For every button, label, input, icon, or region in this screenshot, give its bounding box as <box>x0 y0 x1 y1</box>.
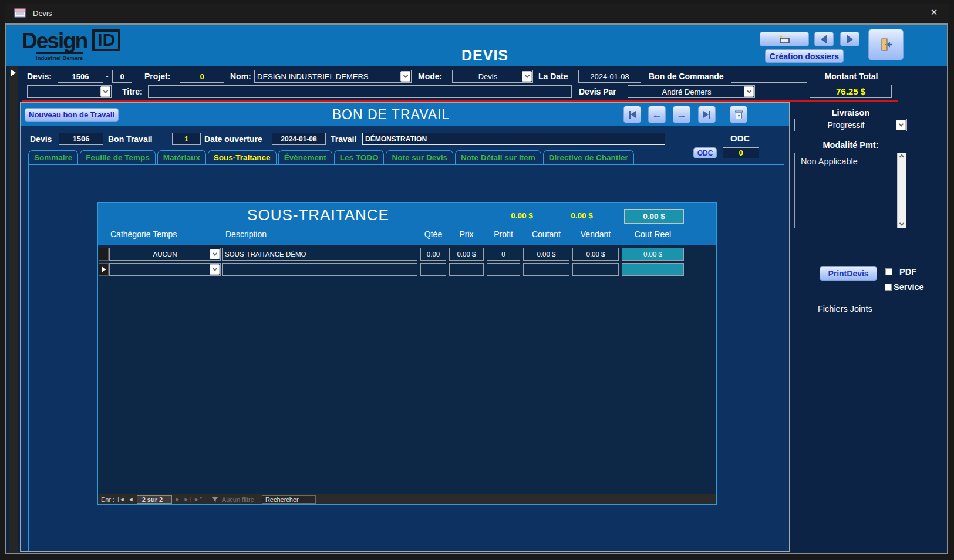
delete-record-button[interactable] <box>730 106 747 123</box>
bon-de-travail-subform: Nouveau bon de Travail BON DE TRAVAIL ← … <box>20 102 790 552</box>
qtee-field[interactable]: 0.00 <box>420 248 446 261</box>
chevron-down-icon[interactable] <box>896 120 906 130</box>
odc-button[interactable]: ODC <box>693 147 717 158</box>
date-field[interactable]: 2024-01-08 <box>578 70 641 83</box>
devis-label: Devis <box>30 134 52 144</box>
right-arrow-icon <box>847 35 853 44</box>
record-selector-strip[interactable] <box>9 66 18 553</box>
total-profit: 0.00 $ <box>487 211 557 220</box>
mode-combobox[interactable]: Devis <box>452 70 533 83</box>
cout-reel-field[interactable]: 0.00 $ <box>622 248 684 261</box>
arrow-right-icon: → <box>677 110 687 120</box>
tab-note-detail-sur-item[interactable]: Note Détail sur Item <box>455 150 541 164</box>
coutant-field[interactable]: 0.00 $ <box>523 248 569 261</box>
search-input[interactable]: Rechercher <box>262 495 316 504</box>
prix-field[interactable] <box>449 263 484 276</box>
chevron-up-icon[interactable] <box>899 154 904 159</box>
titre-combobox[interactable] <box>27 85 112 98</box>
total-vendant: 0.00 $ <box>558 211 605 220</box>
prix-field[interactable]: 0.00 $ <box>449 248 484 261</box>
vendant-field[interactable] <box>572 263 619 276</box>
chevron-down-icon[interactable] <box>899 221 904 225</box>
description-field[interactable]: SOUS-TRAITANCE DÉMO <box>222 248 417 261</box>
modalite-pmt-listbox[interactable]: Non Applicable <box>794 153 906 228</box>
devis-sub-field[interactable]: 0 <box>112 70 132 83</box>
bon-travail-field[interactable]: 1 <box>172 133 201 145</box>
projet-field[interactable]: 0 <box>180 70 224 83</box>
coutant-field[interactable] <box>523 263 569 276</box>
profit-field[interactable] <box>487 263 520 276</box>
fichiers-joints-box[interactable] <box>824 315 881 356</box>
chevron-down-icon[interactable] <box>400 71 410 82</box>
devis-number-field[interactable]: 1506 <box>59 133 103 145</box>
tab-materiaux[interactable]: Matériaux <box>157 150 206 164</box>
window-titlebar: Devis ✕ <box>5 4 949 22</box>
window-title: Devis <box>33 9 52 18</box>
cout-reel-field[interactable] <box>622 263 684 276</box>
exit-button[interactable] <box>868 29 904 60</box>
previous-record-button[interactable] <box>814 32 834 46</box>
column-header-coutant: Coutant <box>523 230 569 239</box>
chevron-down-icon[interactable] <box>100 86 110 97</box>
row-selector[interactable] <box>99 248 109 261</box>
pdf-label: PDF <box>899 267 916 276</box>
last-record-button[interactable]: ►| <box>184 496 191 502</box>
nouveau-bon-button[interactable]: Nouveau bon de Travail <box>25 108 119 122</box>
tab-note-sur-devis[interactable]: Note sur Devis <box>386 150 453 164</box>
devis-par-combobox[interactable]: André Demers <box>628 85 755 98</box>
first-record-button[interactable]: |◄ <box>117 496 125 502</box>
last-record-button[interactable] <box>698 106 716 123</box>
current-record-arrow-icon <box>102 266 106 272</box>
logo-id-text: ID <box>92 29 120 51</box>
qtee-field[interactable] <box>420 263 446 276</box>
close-icon[interactable]: ✕ <box>926 5 942 20</box>
description-field[interactable] <box>222 263 417 276</box>
tab-evenement[interactable]: Évènement <box>278 150 332 164</box>
odc-count-field[interactable]: 0 <box>723 147 759 158</box>
livraison-combobox[interactable]: Progressif <box>794 119 907 131</box>
chevron-down-icon[interactable] <box>744 86 754 97</box>
sous-traitance-title: SOUS-TRAITANCE <box>233 206 403 224</box>
new-record-button[interactable]: ►* <box>194 496 202 502</box>
date-ouverture-field[interactable]: 2024-01-08 <box>272 133 326 145</box>
column-header-description: Description <box>225 230 267 239</box>
tab-sommaire[interactable]: Sommaire <box>28 150 78 164</box>
devis-number-field[interactable]: 1506 <box>58 70 103 83</box>
creation-dossiers-button[interactable]: Création dossiers <box>765 49 844 63</box>
tab-sous-traitance[interactable]: Sous-Traitance <box>208 150 277 164</box>
scrollbar[interactable] <box>897 153 906 228</box>
nom-combobox[interactable]: DESIGN INDUSTRIEL DEMERS <box>254 70 412 83</box>
chevron-down-icon[interactable] <box>210 264 220 275</box>
row-selector[interactable] <box>99 263 109 276</box>
next-record-button[interactable]: ► <box>175 496 181 502</box>
profit-field[interactable]: 0 <box>487 248 520 261</box>
new-folder-button[interactable] <box>760 32 809 46</box>
categorie-combobox[interactable] <box>109 263 221 276</box>
sous-traitance-header: SOUS-TRAITANCE 0.00 $ 0.00 $ 0.00 $ Cath… <box>98 203 716 245</box>
service-checkbox[interactable] <box>885 284 892 291</box>
chevron-down-icon[interactable] <box>522 71 532 82</box>
bon-travail-label: Bon Travail <box>108 134 152 144</box>
next-record-button[interactable] <box>840 32 859 46</box>
previous-record-button[interactable]: ◄ <box>128 496 134 502</box>
print-devis-button[interactable]: PrintDevis <box>820 266 877 281</box>
tab-directive-de-chantier[interactable]: Directive de Chantier <box>543 150 634 164</box>
company-logo: Design ID Industriel Demers <box>22 29 120 62</box>
tab-feuille-de-temps[interactable]: Feuille de Temps <box>80 150 156 164</box>
titre-field[interactable] <box>148 85 572 98</box>
first-record-icon <box>631 111 636 118</box>
previous-record-button[interactable]: ← <box>648 106 666 123</box>
bon-de-commande-field[interactable] <box>731 70 807 83</box>
chevron-down-icon[interactable] <box>210 249 220 259</box>
titre-label: Titre: <box>122 87 143 96</box>
next-record-button[interactable]: → <box>673 106 690 123</box>
categorie-combobox[interactable]: AUCUN <box>109 248 221 261</box>
form-header: Design ID Industriel Demers DEVIS Créati… <box>6 25 947 66</box>
first-record-button[interactable] <box>623 106 641 123</box>
vendant-field[interactable]: 0.00 $ <box>572 248 619 261</box>
travail-field[interactable]: DÉMONSTRATION <box>362 133 665 145</box>
column-header-prix: Prix <box>449 230 484 239</box>
tab-les-todo[interactable]: Les TODO <box>334 150 385 164</box>
pdf-checkbox[interactable] <box>885 268 892 275</box>
logo-text: Design <box>22 31 87 50</box>
